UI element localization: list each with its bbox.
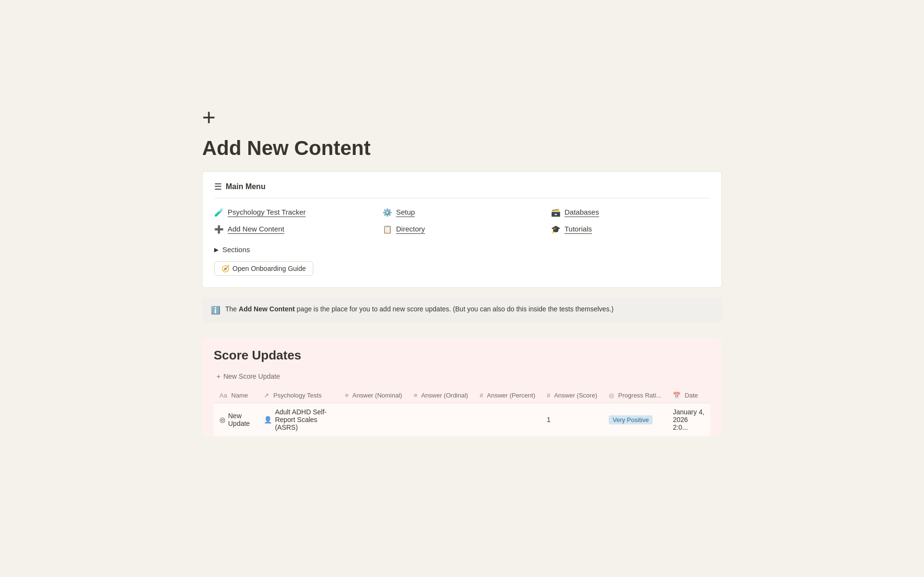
- menu-header-title: Main Menu: [226, 182, 266, 191]
- progress-rating-badge: Very Positive: [609, 415, 653, 424]
- tutorials-icon: 🎓: [551, 225, 561, 234]
- sections-label: Sections: [222, 245, 250, 254]
- cell-progress-rating: Very Positive: [603, 403, 667, 436]
- col-name-icon: Aa: [219, 392, 227, 399]
- psychology-test-tracker-icon: 🧪: [214, 208, 224, 217]
- menu-item-label: Setup: [396, 208, 415, 217]
- test-row-icon: 👤: [264, 416, 272, 423]
- col-header-date[interactable]: 📅 Date: [667, 388, 710, 403]
- col-percent-icon: #: [480, 392, 483, 399]
- plus-icon: +: [217, 372, 220, 380]
- onboarding-guide-icon: 🧭: [221, 265, 230, 272]
- col-header-answer-nominal[interactable]: ≡ Answer (Nominal): [339, 388, 408, 403]
- col-ordinal-label: Answer (Ordinal): [421, 392, 468, 399]
- score-updates-title: Score Updates: [214, 348, 710, 363]
- menu-item-label: Directory: [396, 225, 425, 234]
- onboarding-guide-label: Open Onboarding Guide: [232, 265, 306, 272]
- cell-name: ◎ New Update: [214, 403, 258, 436]
- col-name-label: Name: [231, 392, 248, 399]
- col-psych-icon: ↗: [264, 392, 269, 399]
- menu-item-databases[interactable]: 🗃️ Databases: [551, 206, 710, 219]
- col-progress-label: Progress Rati...: [618, 392, 662, 399]
- score-updates-table-container: Aa Name ↗ Psychology Tests ≡ Answer (Nom…: [214, 388, 710, 436]
- info-text: The Add New Content page is the place fo…: [225, 304, 614, 314]
- info-banner: ℹ️ The Add New Content page is the place…: [202, 297, 722, 323]
- menu-item-label: Psychology Test Tracker: [228, 208, 306, 217]
- score-updates-table: Aa Name ↗ Psychology Tests ≡ Answer (Nom…: [214, 388, 710, 436]
- col-score-label: Answer (Score): [554, 392, 597, 399]
- table-header-row: Aa Name ↗ Psychology Tests ≡ Answer (Nom…: [214, 388, 710, 403]
- col-nominal-label: Answer (Nominal): [352, 392, 402, 399]
- databases-icon: 🗃️: [551, 208, 561, 217]
- date-value: January 4, 2026 2:0...: [673, 408, 704, 431]
- menu-header-icon: ☰: [214, 181, 222, 192]
- cell-psychology-test: 👤 Adult ADHD Self-Report Scales (ASRS): [258, 403, 339, 436]
- new-score-update-label: New Score Update: [223, 372, 280, 380]
- col-header-answer-ordinal[interactable]: ≡ Answer (Ordinal): [408, 388, 474, 403]
- menu-header: ☰ Main Menu: [214, 181, 710, 198]
- col-header-psychology-tests[interactable]: ↗ Psychology Tests: [258, 388, 339, 403]
- row-name-icon: ◎: [219, 416, 225, 423]
- menu-item-psychology-test-tracker[interactable]: 🧪 Psychology Test Tracker: [214, 206, 373, 219]
- col-header-answer-percent[interactable]: # Answer (Percent): [474, 388, 541, 403]
- table-row: ◎ New Update 👤 Adult ADHD Self-Report Sc…: [214, 403, 710, 436]
- cell-answer-score: 1: [541, 403, 603, 436]
- menu-item-label: Tutorials: [565, 225, 592, 234]
- info-icon: ℹ️: [211, 305, 220, 316]
- col-header-progress-rating[interactable]: ◎ Progress Rati...: [603, 388, 667, 403]
- cell-date: January 4, 2026 2:0...: [667, 403, 710, 436]
- menu-item-directory[interactable]: 📋 Directory: [383, 223, 541, 236]
- col-header-name[interactable]: Aa Name: [214, 388, 258, 403]
- page-icon: +: [202, 106, 722, 129]
- col-date-icon: 📅: [673, 392, 680, 399]
- new-score-update-button[interactable]: + New Score Update: [214, 371, 283, 382]
- menu-item-tutorials[interactable]: 🎓 Tutorials: [551, 223, 710, 236]
- col-nominal-icon: ≡: [345, 392, 349, 399]
- col-percent-label: Answer (Percent): [487, 392, 535, 399]
- answer-score-value: 1: [547, 416, 551, 423]
- score-updates-section: Score Updates + New Score Update Aa Name…: [202, 338, 722, 436]
- cell-answer-nominal: [339, 403, 408, 436]
- main-menu-card: ☰ Main Menu 🧪 Psychology Test Tracker ⚙️…: [202, 171, 722, 288]
- col-psych-label: Psychology Tests: [273, 392, 321, 399]
- sections-row[interactable]: ▶ Sections: [214, 244, 710, 256]
- menu-item-label: Add New Content: [228, 225, 284, 234]
- sections-toggle-icon: ▶: [214, 246, 218, 253]
- cell-answer-ordinal: [408, 403, 474, 436]
- test-name-value: Adult ADHD Self-Report Scales (ASRS): [275, 408, 333, 431]
- menu-item-add-new-content[interactable]: ➕ Add New Content: [214, 223, 373, 236]
- row-name-value: New Update: [228, 412, 252, 427]
- col-header-answer-score[interactable]: # Answer (Score): [541, 388, 603, 403]
- col-date-label: Date: [685, 392, 698, 399]
- col-score-icon: #: [547, 392, 550, 399]
- cell-answer-percent: [474, 403, 541, 436]
- col-progress-icon: ◎: [609, 392, 614, 399]
- add-new-content-icon: ➕: [214, 225, 224, 234]
- menu-grid: 🧪 Psychology Test Tracker ⚙️ Setup 🗃️ Da…: [214, 206, 710, 236]
- info-text-post: page is the place for you to add new sco…: [297, 305, 614, 313]
- directory-icon: 📋: [383, 225, 392, 234]
- setup-icon: ⚙️: [383, 208, 392, 217]
- info-bold: Add New Content: [239, 305, 295, 313]
- menu-item-setup[interactable]: ⚙️ Setup: [383, 206, 541, 219]
- open-onboarding-guide-button[interactable]: 🧭 Open Onboarding Guide: [214, 261, 313, 276]
- col-ordinal-icon: ≡: [414, 392, 418, 399]
- page-title: Add New Content: [202, 137, 722, 160]
- menu-item-label: Databases: [565, 208, 599, 217]
